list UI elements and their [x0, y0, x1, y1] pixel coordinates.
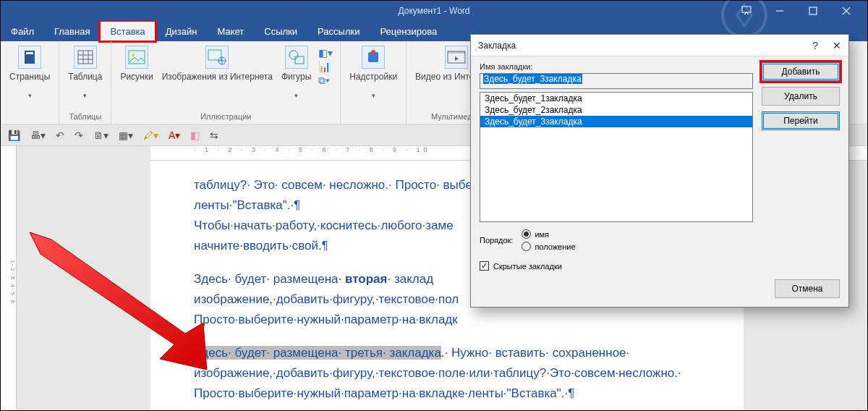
- redo-icon[interactable]: ↷: [75, 130, 83, 141]
- delete-button[interactable]: Удалить: [762, 87, 840, 106]
- list-item[interactable]: Здесь_будет_2закладка: [480, 104, 752, 116]
- svg-rect-13: [129, 51, 145, 64]
- pictures-icon: [125, 46, 148, 69]
- svg-point-17: [289, 51, 298, 59]
- save-icon[interactable]: 💾: [8, 130, 20, 141]
- order-radio-position[interactable]: положение: [522, 242, 575, 251]
- smartart-icon[interactable]: ◧▾: [318, 47, 333, 59]
- tab-mailings[interactable]: Рассылки: [307, 21, 370, 41]
- order-radio-name[interactable]: имя: [522, 229, 575, 239]
- tab-home[interactable]: Главная: [44, 21, 100, 41]
- highlight-icon[interactable]: 🖍▾: [143, 130, 158, 141]
- cancel-button[interactable]: Отмена: [775, 279, 840, 298]
- doc-bold: вторая: [345, 272, 387, 286]
- doc-text: Здесь· будет· размещена·: [194, 272, 345, 286]
- eraser-icon[interactable]: ◧: [190, 130, 200, 141]
- screenshot-icon[interactable]: ⧉▾: [318, 75, 333, 87]
- doc-text: Просто·выберите·нужный·параметр·на·вклад…: [194, 386, 574, 400]
- svg-rect-7: [26, 52, 33, 54]
- addins-icon: [362, 46, 385, 69]
- doc-selection: Здесь· будет· размещена· третья· закладк…: [194, 346, 441, 360]
- tab-file[interactable]: Файл: [1, 21, 44, 41]
- online-images-button[interactable]: Изображения из Интернета: [158, 44, 277, 93]
- tab-references[interactable]: Ссылки: [254, 21, 307, 41]
- bookmark-dialog: Закладка ? ✕ Имя закладки: Здесь_будет_3…: [470, 34, 849, 308]
- toggle-icon[interactable]: ⇆: [210, 130, 218, 141]
- title-bar: Документ1 - Word: [1, 1, 867, 21]
- svg-rect-21: [448, 51, 465, 54]
- pages-icon: [18, 46, 41, 69]
- close-button[interactable]: [830, 1, 863, 21]
- vertical-ruler: 1 · 2 · 3 · 4 · 5 · 6: [1, 146, 17, 410]
- pages-button[interactable]: Страницы: [5, 44, 54, 101]
- tab-review[interactable]: Рецензирова: [370, 21, 447, 41]
- undo-icon[interactable]: ↶: [56, 130, 64, 141]
- tab-insert[interactable]: Вставка: [100, 21, 155, 41]
- doc-text: изображение,·добавить·фигуру,·текстовое·…: [194, 366, 681, 380]
- table-icon: [74, 46, 97, 69]
- svg-rect-3: [809, 7, 817, 14]
- svg-rect-18: [295, 56, 304, 64]
- group-label-illustrations: Иллюстрации: [116, 111, 336, 122]
- add-button[interactable]: Добавить: [762, 62, 840, 81]
- tab-layout[interactable]: Макет: [207, 21, 254, 41]
- list-item[interactable]: Здесь_будет_3закладка: [480, 116, 752, 127]
- maximize-button[interactable]: [796, 1, 830, 21]
- pictures-button[interactable]: Рисунки: [116, 44, 157, 93]
- group-label-tables: Таблицы: [64, 111, 106, 122]
- ribbon-options-icon[interactable]: [730, 1, 763, 21]
- chart-icon[interactable]: 📊: [318, 61, 333, 72]
- shapes-button[interactable]: Фигуры: [277, 44, 315, 101]
- dialog-help-button[interactable]: ?: [812, 40, 818, 51]
- doc-text: Просто·выберите·нужный·параметр·на·вклад…: [194, 313, 458, 326]
- group-illustrations: Рисунки Изображения из Интернета Фигуры …: [111, 41, 341, 124]
- doc-text: таблицу?· Это· совсем· несложно.· Просто…: [194, 178, 472, 192]
- tab-design[interactable]: Дизайн: [156, 21, 208, 41]
- goto-button[interactable]: Перейти: [762, 111, 840, 130]
- bookmark-name-label: Имя закладки:: [480, 62, 753, 71]
- file-dropdown-icon[interactable]: 🗎▾: [93, 130, 109, 141]
- dialog-close-button[interactable]: ✕: [833, 40, 841, 51]
- hidden-bookmarks-checkbox[interactable]: ✓ Скрытые закладки: [480, 261, 753, 271]
- dialog-title: Закладка: [478, 41, 516, 51]
- bookmark-list[interactable]: Здесь_будет_1закладка Здесь_будет_2закла…: [480, 92, 753, 222]
- list-item[interactable]: Здесь_будет_1закладка: [480, 93, 752, 104]
- video-icon: [445, 46, 468, 69]
- table-button[interactable]: Таблица: [64, 44, 106, 101]
- svg-rect-8: [78, 51, 93, 64]
- group-tables: Таблица Таблицы: [59, 41, 111, 124]
- svg-rect-1: [742, 7, 751, 12]
- online-images-icon: [205, 46, 229, 69]
- addins-button[interactable]: Надстройки: [345, 44, 401, 101]
- print-icon[interactable]: 🖶▾: [30, 130, 46, 141]
- group-pages: Страницы: [1, 41, 59, 124]
- doc-text: · заклад: [387, 272, 433, 286]
- dialog-titlebar[interactable]: Закладка ? ✕: [471, 35, 848, 56]
- svg-point-19: [371, 50, 375, 54]
- doc-text: начните·вводить·свой.¶: [194, 239, 328, 253]
- table-quick-icon[interactable]: ▦▾: [119, 130, 133, 141]
- doc-text: ленты·"Вставка".·¶: [194, 198, 300, 212]
- svg-point-14: [132, 54, 135, 56]
- font-color-icon[interactable]: A▾: [169, 130, 180, 141]
- minimize-button[interactable]: [763, 1, 796, 21]
- checkmark-icon: ✓: [480, 261, 489, 271]
- bookmark-name-input[interactable]: Здесь_будет_3закладка: [480, 73, 753, 89]
- doc-text: изображение,·добавить·фигуру,·текстовое·…: [194, 292, 459, 306]
- group-addins: Надстройки: [341, 41, 407, 124]
- order-label: Порядок:: [480, 236, 513, 245]
- doc-text: .· Нужно· вставить· сохраненное·: [441, 346, 629, 360]
- doc-text: Чтобы·начать·работу,·коснитесь·любого·за…: [194, 219, 454, 232]
- shapes-icon: [285, 46, 308, 69]
